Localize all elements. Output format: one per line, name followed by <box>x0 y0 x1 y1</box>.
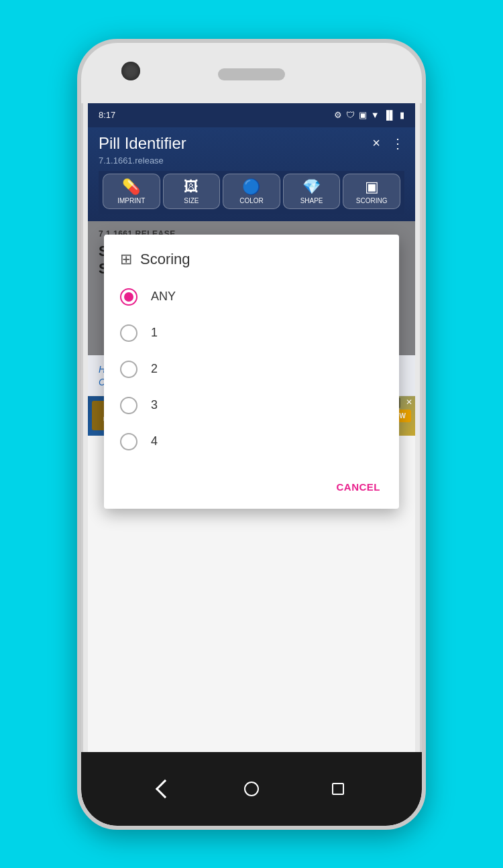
battery-icon: ▮ <box>400 110 404 120</box>
wifi-icon: ▼ <box>371 110 380 120</box>
radio-any-inner <box>124 292 133 302</box>
scoring-icon: ▣ <box>365 178 379 196</box>
radio-2[interactable] <box>120 361 137 378</box>
header-icons: × ⋮ <box>372 135 404 151</box>
settings-icon: ⚙ <box>334 110 342 120</box>
ad-close-icon[interactable]: ✕ <box>406 397 412 407</box>
label-4: 4 <box>151 434 158 448</box>
signal-icon: ▐▌ <box>384 110 396 120</box>
phone-screen: 8:17 ⚙ 🛡 ▣ ▼ ▐▌ ▮ Pill Identifier × ⋮ 7.… <box>88 103 415 752</box>
size-label: SIZE <box>184 197 199 204</box>
close-icon[interactable]: × <box>372 135 380 151</box>
dialog-overlay: ⊞ Scoring ANY <box>88 221 415 355</box>
tab-shape[interactable]: 💎 SHAPE <box>283 174 341 209</box>
tab-imprint[interactable]: 💊 IMPRINT <box>103 174 160 209</box>
scoring-label: SCORING <box>356 197 388 204</box>
speaker <box>218 68 285 80</box>
phone-frame: 8:17 ⚙ 🛡 ▣ ▼ ▐▌ ▮ Pill Identifier × ⋮ 7.… <box>77 39 426 830</box>
scoring-dialog: ⊞ Scoring ANY <box>104 235 399 509</box>
category-tabs: 💊 IMPRINT 🖼 SIZE 🔵 COLOR 💎 SHAPE ▣ <box>99 171 404 214</box>
home-button[interactable] <box>239 777 264 801</box>
home-icon <box>244 782 259 796</box>
radio-4[interactable] <box>120 433 137 450</box>
dialog-title: Scoring <box>140 251 190 268</box>
dialog-calendar-icon: ⊞ <box>120 251 132 268</box>
dialog-title-row: ⊞ Scoring <box>104 235 399 279</box>
recent-icon <box>332 783 344 795</box>
app-title: Pill Identifier <box>99 134 186 153</box>
color-label: COLOR <box>239 197 264 204</box>
option-2[interactable]: 2 <box>115 351 388 387</box>
label-2: 2 <box>151 362 158 376</box>
radio-3[interactable] <box>120 397 137 414</box>
option-1[interactable]: 1 <box>115 315 388 351</box>
label-1: 1 <box>151 326 158 340</box>
status-bar: 8:17 ⚙ 🛡 ▣ ▼ ▐▌ ▮ <box>88 103 415 127</box>
cancel-button[interactable]: CANCEL <box>329 476 389 498</box>
phone-top <box>81 43 422 103</box>
dialog-actions: CANCEL <box>104 471 399 509</box>
label-3: 3 <box>151 398 158 412</box>
color-icon: 🔵 <box>242 178 260 196</box>
menu-icon[interactable]: ⋮ <box>391 135 404 151</box>
option-4[interactable]: 4 <box>115 424 388 460</box>
option-any[interactable]: ANY <box>115 279 388 315</box>
radio-any[interactable] <box>120 288 137 306</box>
radio-1[interactable] <box>120 324 137 342</box>
shape-icon: 💎 <box>302 178 321 196</box>
app-title-row: Pill Identifier × ⋮ <box>99 134 404 153</box>
camera <box>121 62 140 80</box>
tab-size[interactable]: 🖼 SIZE <box>163 174 221 209</box>
recent-button[interactable] <box>326 777 350 801</box>
back-icon <box>156 779 174 798</box>
tab-scoring[interactable]: ▣ SCORING <box>343 174 400 209</box>
back-button[interactable] <box>153 777 177 801</box>
phone-nav-bar <box>81 752 422 826</box>
main-area: 7.1.1661 RELEASE S S ⊞ Scoring <box>88 221 415 355</box>
option-3[interactable]: 3 <box>115 387 388 424</box>
imprint-icon: 💊 <box>122 178 140 196</box>
imprint-label: IMPRINT <box>117 197 145 204</box>
shape-label: SHAPE <box>300 197 323 204</box>
status-icons: ⚙ 🛡 ▣ ▼ ▐▌ ▮ <box>334 110 404 120</box>
app-subtitle: 7.1.1661.release <box>99 156 404 166</box>
label-any: ANY <box>151 290 176 304</box>
size-icon: 🖼 <box>184 178 199 196</box>
app-header: Pill Identifier × ⋮ 7.1.1661.release 💊 I… <box>88 127 415 221</box>
dialog-options: ANY 1 2 <box>104 279 399 471</box>
status-time: 8:17 <box>99 110 334 120</box>
sim-icon: ▣ <box>359 110 367 120</box>
tab-color[interactable]: 🔵 COLOR <box>223 174 280 209</box>
shield-icon: 🛡 <box>346 110 355 120</box>
